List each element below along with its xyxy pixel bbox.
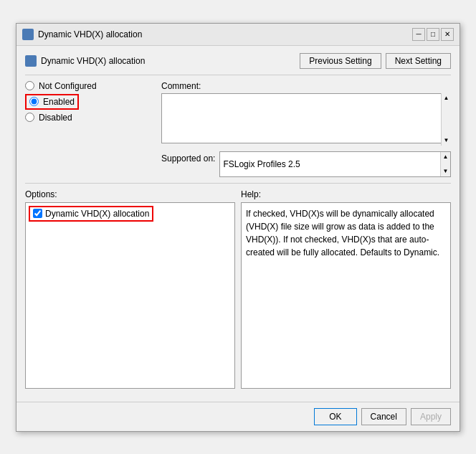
maximize-button[interactable]: □ bbox=[427, 28, 439, 41]
header-title-area: Dynamic VHD(X) allocation bbox=[25, 55, 145, 67]
right-panel: Comment: ▲ ▼ Supported on: FSLogix Profi… bbox=[161, 81, 451, 177]
previous-setting-button[interactable]: Previous Setting bbox=[300, 53, 381, 69]
apply-button[interactable]: Apply bbox=[411, 408, 451, 425]
enabled-label: Enabled bbox=[43, 97, 75, 107]
header-title-text: Dynamic VHD(X) allocation bbox=[41, 56, 145, 66]
cancel-button[interactable]: Cancel bbox=[361, 408, 406, 425]
divider bbox=[25, 183, 451, 184]
window-icon bbox=[22, 29, 34, 40]
title-bar: Dynamic VHD(X) allocation ─ □ ✕ bbox=[16, 24, 460, 46]
comment-section: Comment: ▲ ▼ bbox=[161, 81, 451, 146]
help-label: Help: bbox=[241, 189, 451, 199]
enabled-highlight: Enabled bbox=[25, 94, 79, 110]
window-title: Dynamic VHD(X) allocation bbox=[38, 29, 142, 39]
disabled-radio[interactable] bbox=[25, 113, 34, 122]
options-section: Options: Dynamic VHD(X) allocation bbox=[25, 189, 235, 389]
header-row: Dynamic VHD(X) allocation Previous Setti… bbox=[25, 53, 451, 75]
help-text: If checked, VHD(X)s will be dynamically … bbox=[246, 209, 439, 257]
comment-textarea[interactable] bbox=[161, 93, 451, 143]
main-area: Not Configured Enabled Disabled bbox=[25, 81, 451, 177]
close-button[interactable]: ✕ bbox=[441, 28, 454, 41]
comment-scrollbar[interactable]: ▲ ▼ bbox=[441, 93, 451, 146]
supported-value: FSLogix Profiles 2.5 bbox=[223, 159, 311, 169]
dynamic-vhd-checkbox-item[interactable]: Dynamic VHD(X) allocation bbox=[29, 206, 153, 222]
header-icon bbox=[25, 55, 37, 67]
supported-scrollbar[interactable]: ▲ ▼ bbox=[440, 152, 450, 176]
not-configured-radio[interactable] bbox=[25, 81, 34, 90]
dynamic-vhd-checkbox[interactable] bbox=[33, 209, 42, 218]
disabled-label: Disabled bbox=[39, 113, 72, 123]
title-bar-controls: ─ □ ✕ bbox=[412, 28, 454, 41]
supported-label: Supported on: bbox=[161, 151, 215, 164]
options-help-row: Options: Dynamic VHD(X) allocation Help:… bbox=[25, 189, 451, 389]
footer: OK Cancel Apply bbox=[16, 402, 460, 431]
help-section: Help: If checked, VHD(X)s will be dynami… bbox=[241, 189, 451, 389]
comment-label: Comment: bbox=[161, 81, 451, 91]
window-content: Dynamic VHD(X) allocation Previous Setti… bbox=[16, 46, 460, 396]
disabled-option[interactable]: Disabled bbox=[25, 113, 154, 123]
main-window: Dynamic VHD(X) allocation ─ □ ✕ Dynamic … bbox=[16, 23, 460, 432]
next-setting-button[interactable]: Next Setting bbox=[386, 53, 451, 69]
supported-scroll-up[interactable]: ▲ bbox=[441, 152, 450, 162]
minimize-button[interactable]: ─ bbox=[412, 28, 425, 41]
options-label: Options: bbox=[25, 189, 235, 199]
radio-group: Not Configured Enabled Disabled bbox=[25, 81, 154, 123]
title-bar-left: Dynamic VHD(X) allocation bbox=[22, 29, 142, 40]
left-panel: Not Configured Enabled Disabled bbox=[25, 81, 154, 177]
enabled-option[interactable]: Enabled bbox=[25, 94, 154, 110]
enabled-radio[interactable] bbox=[29, 97, 39, 106]
supported-scroll-down[interactable]: ▼ bbox=[441, 166, 450, 176]
dynamic-vhd-label: Dynamic VHD(X) allocation bbox=[45, 209, 149, 219]
header-buttons: Previous Setting Next Setting bbox=[300, 53, 451, 69]
scroll-down-arrow[interactable]: ▼ bbox=[442, 136, 451, 146]
ok-button[interactable]: OK bbox=[314, 408, 356, 425]
help-box: If checked, VHD(X)s will be dynamically … bbox=[241, 202, 451, 389]
supported-box: FSLogix Profiles 2.5 ▲ ▼ bbox=[219, 151, 451, 177]
supported-section: Supported on: FSLogix Profiles 2.5 ▲ ▼ bbox=[161, 151, 451, 177]
not-configured-option[interactable]: Not Configured bbox=[25, 81, 154, 91]
scroll-up-arrow[interactable]: ▲ bbox=[442, 93, 451, 103]
not-configured-label: Not Configured bbox=[39, 81, 97, 91]
options-box: Dynamic VHD(X) allocation bbox=[25, 202, 235, 389]
